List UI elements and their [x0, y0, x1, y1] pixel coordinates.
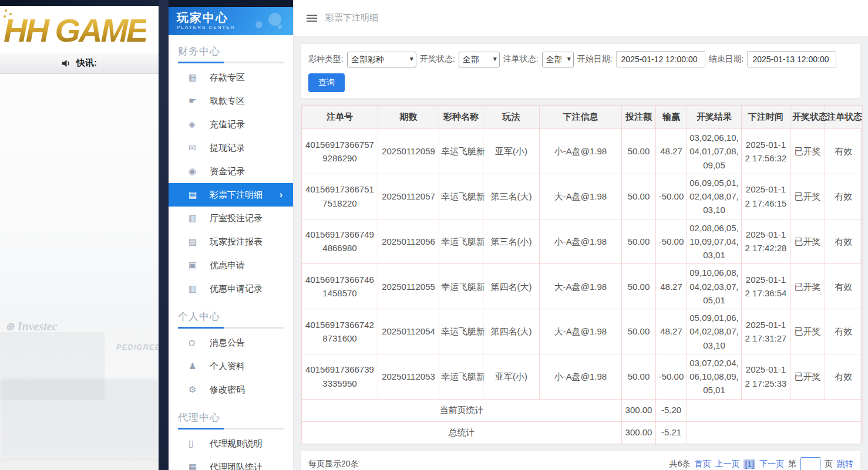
lottery-bet-detail-icon: ▤ — [189, 190, 210, 200]
sidebar-item-withdrawal-record[interactable]: ✉提现记录 — [169, 136, 293, 160]
table-cell: 亚军(小) — [483, 354, 540, 399]
table-cell: 401569173667428731600 — [302, 309, 378, 354]
bets-table-card: 注单号期数彩种名称玩法下注信息投注额输赢开奖结果下注时间开奖状态注单状态 401… — [301, 104, 861, 445]
table-cell: 第四名(大) — [483, 309, 540, 354]
sparkle-icon — [4, 15, 6, 18]
first-page-link[interactable]: 首页 — [694, 459, 711, 469]
sidebar-item-label: 玩家投注报表 — [210, 236, 263, 248]
sidebar-item-player-bet-report[interactable]: ▨玩家投注报表 — [169, 230, 293, 253]
table-cell: 有效 — [825, 264, 863, 309]
sparkle-icon — [5, 9, 7, 12]
table-cell: 20250112057 — [378, 174, 439, 219]
table-cell: 48.27 — [656, 309, 687, 354]
table-cell: 401569173667461458570 — [302, 264, 378, 309]
table-cell: 有效 — [825, 354, 863, 399]
sidebar-item-label: 优惠申请 — [210, 260, 245, 271]
table-cell: 已开奖 — [790, 219, 825, 264]
sidebar-item-lottery-bet-detail[interactable]: ▤彩票下注明细› — [169, 183, 293, 207]
sidebar-item-label: 厅室投注记录 — [210, 213, 263, 224]
sidebar-item-bell[interactable]: Ω消息公告 — [169, 331, 293, 354]
sidebar-item-person[interactable]: ♟个人资料 — [169, 354, 293, 378]
table-cell: 2025-01-12 17:31:27 — [742, 309, 790, 354]
filter-panel: 彩种类型: 全部彩种 开奖状态: 全部 注单状态: 全部 开始日期: 结束日期:… — [301, 43, 861, 99]
table-row: 40156917366751751822020250112057幸运飞艇新第三名… — [302, 174, 863, 219]
table-cell: 50.00 — [622, 174, 656, 219]
sidebar-item-label: 优惠申请记录 — [210, 283, 263, 295]
sidebar-item-promo-apply[interactable]: ▣优惠申请 — [169, 253, 293, 277]
sidebar-item-funds-record[interactable]: ◉资金记录 — [169, 160, 293, 183]
page-jump-input[interactable] — [800, 457, 820, 470]
summary-bet-total: 300.00 — [622, 399, 656, 421]
table-cell: 50.00 — [622, 129, 656, 174]
pedigree-watermark: PEDIGREE — [116, 343, 159, 351]
page-title: 彩票下注明细 — [325, 12, 378, 23]
section-underline — [178, 327, 284, 329]
person-icon: ♟ — [189, 361, 210, 371]
sidebar: 玩家中心 PLAYERS CENTER 财务中心▦存款专区☛取款专区◈充值记录✉… — [169, 0, 294, 470]
summary-row: 总统计300.00-5.21 — [302, 421, 863, 444]
order-status-select[interactable]: 全部 — [542, 52, 574, 67]
jump-button[interactable]: 跳转 — [837, 459, 853, 469]
menu-toggle-icon[interactable] — [307, 15, 317, 22]
sidebar-item-team-stats[interactable]: ▦代理团队统计 — [169, 455, 293, 470]
next-page-link[interactable]: 下一页 — [759, 459, 784, 469]
sidebar-item-label: 彩票下注明细 — [210, 190, 263, 201]
table-cell: 20250112059 — [378, 129, 439, 174]
table-cell: 02,08,06,05,10,09,07,04,03,01 — [687, 219, 742, 264]
column-header: 下注信息 — [540, 106, 622, 129]
sidebar-item-document[interactable]: ▯代理规则说明 — [169, 432, 293, 455]
pagination-bar: 每页显示20条 共6条 首页 上一页 [1] 下一页 第 页 跳转 — [301, 451, 861, 470]
table-cell: 401569173667579286290 — [302, 129, 378, 174]
table-cell: 小-A盘@1.98 — [540, 129, 622, 174]
end-date-label: 结束日期: — [709, 54, 744, 65]
table-row: 40156917366742873160020250112054幸运飞艇新第四名… — [302, 309, 863, 354]
main-content: 彩票下注明细 彩种类型: 全部彩种 开奖状态: 全部 注单状态: 全部 开始日期… — [294, 0, 868, 470]
table-cell: 小-A盘@1.98 — [540, 354, 622, 399]
sidebar-item-deposit-card[interactable]: ▦存款专区 — [169, 66, 293, 89]
prev-page-link[interactable]: 上一页 — [715, 459, 739, 469]
sidebar-item-label: 代理规则说明 — [210, 438, 263, 449]
team-stats-icon: ▦ — [189, 462, 210, 470]
sidebar-item-label: 代理团队统计 — [210, 462, 263, 470]
jump-suffix-label: 页 — [825, 459, 833, 469]
table-cell: 有效 — [825, 219, 863, 264]
sidebar-item-promo-apply-record[interactable]: ▥优惠申请记录 — [169, 277, 293, 300]
table-cell: 2025-01-12 17:36:54 — [742, 264, 790, 309]
table-cell: 20250112053 — [378, 354, 439, 399]
draw-status-select[interactable]: 全部 — [459, 52, 500, 67]
withdraw-hand-icon: ☛ — [189, 96, 210, 106]
summary-label: 当前页统计 — [302, 399, 622, 421]
table-cell: 已开奖 — [790, 174, 825, 219]
sidebar-item-label: 消息公告 — [210, 337, 245, 349]
end-date-input[interactable] — [747, 51, 836, 67]
table-cell: 已开奖 — [790, 309, 825, 354]
lottery-type-select[interactable]: 全部彩种 — [347, 52, 416, 67]
hh-game-logo[interactable]: HH GAME — [0, 6, 146, 53]
table-cell: -50.00 — [656, 219, 687, 264]
table-cell: 已开奖 — [790, 354, 825, 399]
sidebar-item-label: 个人资料 — [210, 361, 245, 372]
summary-empty — [687, 399, 863, 421]
column-header: 彩种名称 — [439, 106, 483, 129]
table-row: 40156917366739333595020250112053幸运飞艇新亚军(… — [302, 354, 863, 399]
summary-win-loss: -5.20 — [656, 399, 687, 421]
sidebar-item-recharge-record[interactable]: ◈充值记录 — [169, 113, 293, 136]
column-header: 注单状态 — [825, 106, 863, 129]
field-shape — [0, 458, 159, 470]
sidebar-item-hall-bet-record[interactable]: ▥厅室投注记录 — [169, 207, 293, 230]
column-header: 玩法 — [483, 106, 540, 129]
table-cell: 第三名(小) — [483, 219, 540, 264]
start-date-input[interactable] — [616, 51, 705, 67]
search-button[interactable]: 查询 — [308, 73, 345, 92]
summary-bet-total: 300.00 — [622, 421, 656, 444]
table-cell: 50.00 — [622, 354, 656, 399]
news-label: 快讯: — [76, 58, 97, 69]
jump-prefix-label: 第 — [788, 459, 796, 469]
table-row: 40156917366757928629020250112059幸运飞艇新亚军(… — [302, 129, 863, 174]
sidebar-item-withdraw-hand[interactable]: ☛取款专区 — [169, 89, 293, 113]
sidebar-item-gear[interactable]: ⚙修改密码 — [169, 378, 293, 401]
table-cell: 大-A盘@1.98 — [540, 309, 622, 354]
funds-record-icon: ◉ — [189, 166, 210, 177]
speaker-icon — [62, 59, 72, 67]
table-cell: 幸运飞艇新 — [439, 129, 483, 174]
